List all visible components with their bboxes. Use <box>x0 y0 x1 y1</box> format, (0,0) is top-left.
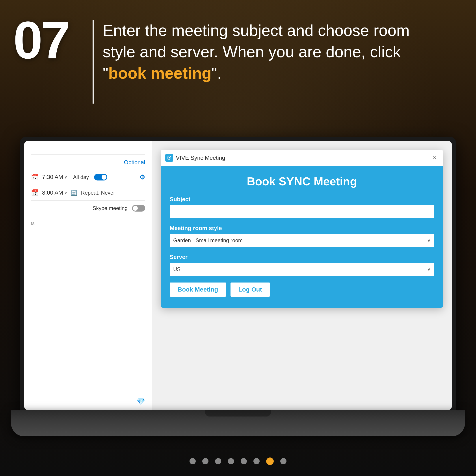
server-label: Server <box>170 254 434 260</box>
repeat-icon: 🔄 <box>71 190 77 196</box>
pagination-dot-4[interactable] <box>228 458 234 464</box>
end-time-select[interactable]: 8:00 AM ∨ <box>42 189 67 196</box>
end-time-chevron: ∨ <box>64 190 67 195</box>
room-style-value: Garden - Small meeting room <box>173 237 243 243</box>
popup-close-button[interactable]: × <box>431 154 439 162</box>
skype-row: Skype meeting <box>31 201 145 216</box>
calendar-icon-2: 📅 <box>31 189 39 196</box>
laptop-base <box>11 410 465 436</box>
all-day-toggle[interactable] <box>94 174 107 181</box>
pagination-dot-7[interactable] <box>266 458 274 465</box>
server-group: Server US ∨ <box>170 254 434 276</box>
step-number: 07 <box>13 18 84 63</box>
svg-point-0 <box>169 157 170 158</box>
form-empty-line <box>31 150 145 154</box>
room-style-group: Meeting room style Garden - Small meetin… <box>170 225 434 247</box>
instruction-text: Enter the meeting subject and choose roo… <box>103 18 411 84</box>
instruction-end: ". <box>212 64 222 82</box>
end-time-value: 8:00 AM <box>42 189 63 196</box>
skype-toggle[interactable] <box>132 205 145 212</box>
notes-area: ts <box>31 216 145 403</box>
screen-bottom-icon: 💎 <box>136 397 145 406</box>
popup-app-name: VIVE Sync Meeting <box>176 154 428 161</box>
pagination-dot-6[interactable] <box>254 458 260 464</box>
pagination-dot-2[interactable] <box>202 458 208 464</box>
laptop-wrapper: Optional 📅 7:30 AM ∨ All day ⚙ 📅 <box>20 137 456 436</box>
all-day-label: All day <box>73 174 89 180</box>
repeat-label[interactable]: Repeat: Never <box>81 190 115 196</box>
laptop-screen: Optional 📅 7:30 AM ∨ All day ⚙ 📅 <box>24 141 452 410</box>
subject-label: Subject <box>170 196 434 203</box>
pagination-dot-3[interactable] <box>215 458 221 464</box>
start-time-select[interactable]: 7:30 AM ∨ <box>42 174 67 181</box>
divider <box>93 20 94 103</box>
app-icon <box>165 154 173 162</box>
start-time-chevron: ∨ <box>64 175 67 180</box>
outlook-panel: Optional 📅 7:30 AM ∨ All day ⚙ 📅 <box>24 141 152 410</box>
laptop-body: Optional 📅 7:30 AM ∨ All day ⚙ 📅 <box>20 137 456 436</box>
room-style-select[interactable]: Garden - Small meeting room ∨ <box>170 234 434 247</box>
pagination <box>0 458 476 465</box>
pagination-dot-8[interactable] <box>280 458 287 464</box>
room-style-chevron: ∨ <box>427 238 431 243</box>
pagination-dot-5[interactable] <box>241 458 247 464</box>
server-select[interactable]: US ∨ <box>170 263 434 276</box>
notes-hint: ts <box>31 221 34 226</box>
end-time-row: 📅 8:00 AM ∨ 🔄 Repeat: Never <box>31 185 145 201</box>
popup-heading: Book SYNC Meeting <box>170 175 434 188</box>
server-value: US <box>173 266 181 272</box>
calendar-icon: 📅 <box>31 173 39 181</box>
vive-sync-background: VIVE Sync Meeting × Book SYNC Meeting Su… <box>152 141 452 410</box>
room-style-label: Meeting room style <box>170 225 434 232</box>
start-time-row: 📅 7:30 AM ∨ All day ⚙ <box>31 169 145 185</box>
laptop-bezel: Optional 📅 7:30 AM ∨ All day ⚙ 📅 <box>20 137 456 414</box>
popup-body: Book SYNC Meeting Subject Meeting room s… <box>161 166 443 308</box>
pagination-dot-1[interactable] <box>189 458 196 464</box>
subject-input[interactable] <box>170 205 434 218</box>
popup-titlebar: VIVE Sync Meeting × <box>161 150 443 166</box>
instruction-area: 07 Enter the meeting subject and choose … <box>13 18 463 103</box>
subject-group: Subject <box>170 196 434 218</box>
book-meeting-button[interactable]: Book Meeting <box>170 283 226 297</box>
start-time-value: 7:30 AM <box>42 174 63 181</box>
vive-sync-popup: VIVE Sync Meeting × Book SYNC Meeting Su… <box>161 150 443 308</box>
instruction-highlight: book meeting <box>108 64 212 82</box>
server-chevron: ∨ <box>427 267 431 272</box>
skype-label: Skype meeting <box>93 205 128 211</box>
popup-buttons: Book Meeting Log Out <box>170 283 434 297</box>
log-out-button[interactable]: Log Out <box>231 283 270 297</box>
settings-icon[interactable]: ⚙ <box>139 173 145 181</box>
optional-label: Optional <box>31 159 145 166</box>
